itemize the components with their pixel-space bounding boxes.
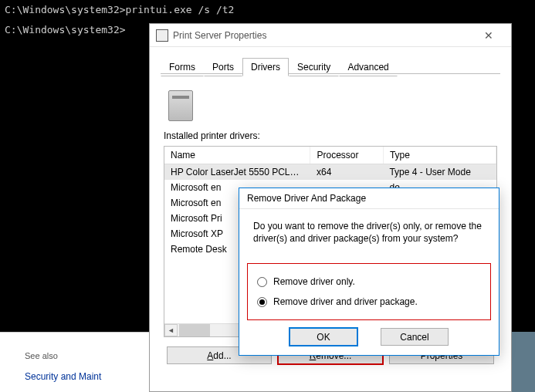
cmd-line-1: C:\Windows\system32>printui.exe /s /t2 [5,3,530,17]
scroll-thumb[interactable] [179,324,210,336]
radio-icon [257,277,267,287]
close-button[interactable]: ✕ [472,24,505,46]
remove-driver-dialog: Remove Driver And Package Do you want to… [239,188,499,356]
tab-strip: Forms Ports Drivers Security Advanced [150,47,511,76]
col-type[interactable]: Type [383,147,496,164]
tab-drivers[interactable]: Drivers [242,58,289,76]
col-name[interactable]: Name [164,147,310,164]
table-row[interactable]: HP Color LaserJet 5550 PCL6 Clas... x64 … [164,164,496,181]
option-remove-driver-and-package[interactable]: Remove driver and driver package. [254,292,484,312]
print-server-properties-dialog: Print Server Properties ✕ Forms Ports Dr… [149,23,512,392]
see-also-heading: See also [25,351,143,360]
modal-title[interactable]: Remove Driver And Package [239,188,499,209]
remove-options-group: Remove driver only. Remove driver and dr… [247,263,491,320]
server-icon [168,90,193,121]
printer-icon [156,29,168,42]
security-maintenance-link[interactable]: Security and Maint [25,371,143,382]
modal-button-row: OK Cancel [239,328,499,346]
modal-question: Do you want to remove the driver(s) only… [239,209,499,249]
scroll-left-icon[interactable]: ◄ [164,324,178,336]
dialog-titlebar[interactable]: Print Server Properties ✕ [150,24,511,47]
ok-button[interactable]: OK [290,328,357,346]
dialog-title: Print Server Properties [173,30,266,41]
col-processor[interactable]: Processor [310,147,383,164]
radio-icon [257,297,267,307]
cancel-button[interactable]: Cancel [381,328,449,346]
installed-drivers-label: Installed printer drivers: [164,130,497,141]
option-remove-driver-only[interactable]: Remove driver only. [254,272,484,292]
control-panel-fragment: See also Security and Maint [0,332,149,392]
